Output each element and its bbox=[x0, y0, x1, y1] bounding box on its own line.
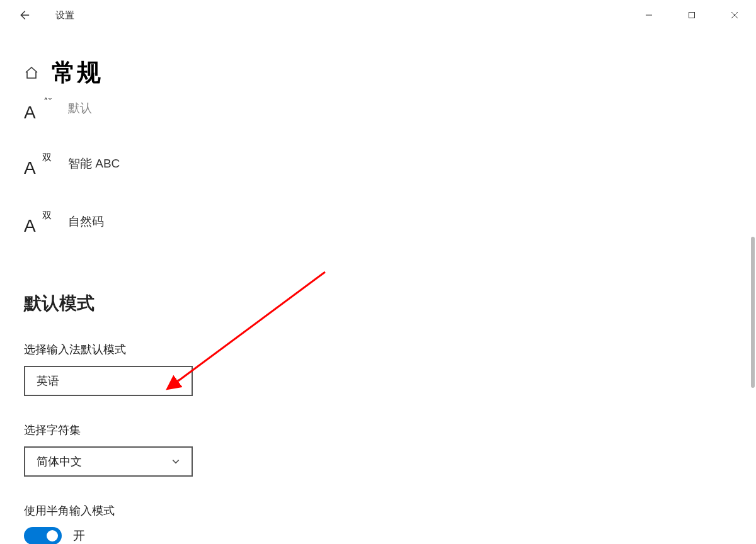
field-label-charset: 选择字符集 bbox=[24, 422, 732, 438]
input-scheme-option[interactable]: A双 自然码 bbox=[24, 208, 732, 235]
maximize-button[interactable] bbox=[670, 0, 713, 30]
window-controls bbox=[627, 0, 756, 30]
toggle-knob bbox=[47, 530, 58, 541]
app-title: 设置 bbox=[55, 9, 74, 21]
close-icon bbox=[731, 11, 738, 19]
select-value: 简体中文 bbox=[37, 454, 82, 469]
field-label-default-input: 选择输入法默认模式 bbox=[24, 342, 732, 357]
charset-select[interactable]: 简体中文 bbox=[24, 446, 193, 477]
back-button[interactable] bbox=[16, 8, 30, 22]
halfwidth-toggle[interactable] bbox=[24, 527, 62, 544]
minimize-button[interactable] bbox=[627, 0, 670, 30]
page-header: 常规 bbox=[24, 57, 732, 89]
minimize-icon bbox=[645, 11, 653, 19]
halfwidth-toggle-row: 开 bbox=[24, 527, 732, 544]
scrollbar-thumb[interactable] bbox=[751, 237, 755, 388]
arrow-left-icon bbox=[16, 8, 30, 22]
input-scheme-option[interactable]: A双 智能 ABC bbox=[24, 150, 732, 177]
option-label: 智能 ABC bbox=[68, 156, 120, 172]
home-icon[interactable] bbox=[24, 65, 39, 81]
option-label: 默认 bbox=[68, 100, 92, 116]
toggle-state-label: 开 bbox=[73, 528, 85, 544]
svg-rect-1 bbox=[689, 13, 695, 18]
close-button[interactable] bbox=[713, 0, 756, 30]
scheme-icon: A˄ˇ bbox=[24, 95, 50, 122]
section-title-default-mode: 默认模式 bbox=[24, 292, 732, 315]
chevron-down-icon bbox=[171, 457, 180, 466]
chevron-down-icon bbox=[171, 377, 180, 385]
titlebar: 设置 bbox=[0, 0, 756, 30]
content-area: 常规 A˄ˇ 默认 A双 智能 ABC A双 自然码 默认模式 选择输入法默认模… bbox=[0, 57, 756, 544]
scheme-icon: A双 bbox=[24, 208, 50, 235]
field-label-halfwidth: 使用半角输入模式 bbox=[24, 503, 732, 518]
default-input-mode-select[interactable]: 英语 bbox=[24, 366, 193, 396]
select-value: 英语 bbox=[37, 373, 59, 388]
page-title: 常规 bbox=[52, 57, 102, 89]
titlebar-left: 设置 bbox=[13, 8, 74, 22]
scheme-icon: A双 bbox=[24, 150, 50, 177]
maximize-icon bbox=[688, 11, 696, 19]
input-scheme-option[interactable]: A˄ˇ 默认 bbox=[24, 95, 732, 122]
option-label: 自然码 bbox=[68, 213, 104, 230]
